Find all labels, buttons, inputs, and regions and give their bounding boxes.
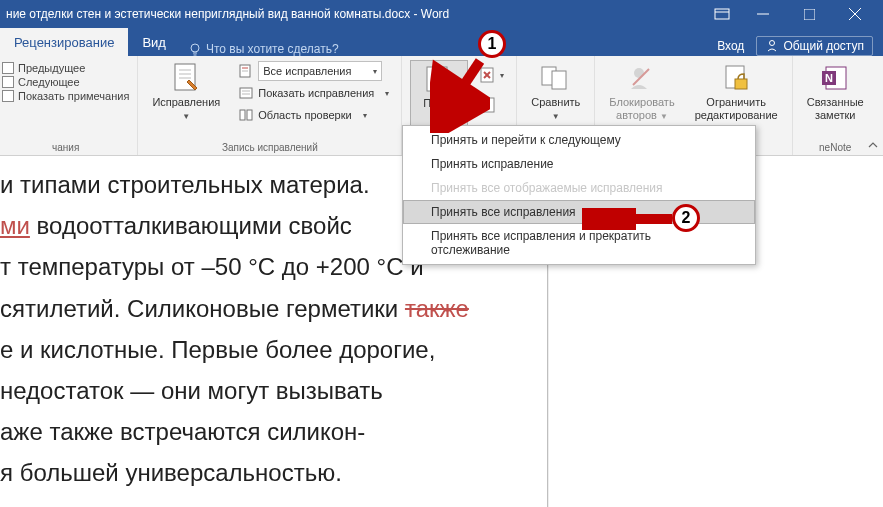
callout-1: 1 (478, 30, 506, 58)
restrict-editing-icon (720, 62, 752, 94)
arrow-1-icon (430, 55, 490, 133)
chevron-up-icon (867, 139, 879, 151)
callout-2: 2 (672, 204, 700, 232)
reviewing-pane-button[interactable]: Область проверки ▾ (234, 104, 393, 126)
compare-icon (540, 62, 572, 94)
accept-dropdown-menu: Принять и перейти к следующему Принять и… (402, 125, 756, 265)
titlebar: ние отделки стен и эстетически непригляд… (0, 0, 883, 28)
combo-icon (238, 63, 254, 79)
next-comment-check[interactable]: Следующее (2, 76, 129, 88)
prev-comment-check[interactable]: Предыдущее (2, 62, 129, 74)
onenote-icon: N (819, 62, 851, 94)
show-markup-icon (238, 85, 254, 101)
tabstrip: Рецензирование Вид Что вы хотите сделать… (0, 28, 883, 56)
close-button[interactable] (833, 0, 877, 28)
svg-rect-17 (240, 88, 252, 98)
group-label-comments: чания (2, 142, 129, 153)
group-comments: Предыдущее Следующее Показать примечания… (0, 56, 138, 155)
group-label-tracking: Запись исправлений (146, 142, 393, 153)
svg-text:N: N (825, 72, 833, 84)
maximize-icon (804, 9, 815, 20)
collapse-ribbon-button[interactable] (867, 139, 879, 153)
tab-view[interactable]: Вид (128, 28, 180, 56)
tab-review[interactable]: Рецензирование (0, 28, 128, 56)
reviewing-pane-icon (238, 107, 254, 123)
svg-rect-21 (247, 110, 252, 120)
tell-me-search[interactable]: Что вы хотите сделать? (188, 42, 339, 56)
svg-rect-33 (735, 79, 747, 89)
arrow-2-icon (582, 208, 678, 230)
track-changes-icon (170, 62, 202, 94)
signin-link[interactable]: Вход (717, 39, 744, 53)
track-changes-button[interactable]: Исправления▼ (146, 60, 226, 140)
maximize-button[interactable] (787, 0, 831, 28)
share-button[interactable]: Общий доступ (756, 36, 873, 56)
close-icon (849, 8, 861, 20)
ribbon-display-options-button[interactable] (705, 0, 739, 28)
svg-rect-29 (552, 71, 566, 89)
svg-point-6 (191, 44, 199, 52)
show-markup-button[interactable]: Показать исправления ▾ (234, 82, 393, 104)
minimize-icon (757, 8, 769, 20)
ribbon-options-icon (714, 8, 730, 20)
display-for-review-combo[interactable]: Все исправления▾ (234, 60, 393, 82)
group-tracking: Исправления▼ Все исправления▾ Показать и… (138, 56, 402, 155)
svg-point-9 (770, 41, 775, 46)
svg-rect-20 (240, 110, 245, 120)
svg-rect-3 (804, 9, 815, 20)
lightbulb-icon (188, 42, 202, 56)
block-authors-icon (626, 62, 658, 94)
accept-all-changes[interactable]: Принять все исправления (403, 200, 755, 224)
accept-all-stop-tracking[interactable]: Принять все исправления и прекратить отс… (403, 224, 755, 262)
window-title: ние отделки стен и эстетически непригляд… (6, 7, 705, 21)
accept-this-change[interactable]: Принять исправление (403, 152, 755, 176)
minimize-button[interactable] (741, 0, 785, 28)
show-comments-check[interactable]: Показать примечания (2, 90, 129, 102)
linked-notes-button[interactable]: N Связанныезаметки (801, 60, 870, 140)
group-onenote: N Связанныезаметки neNote (793, 56, 878, 155)
group-label-onenote: neNote (801, 142, 870, 153)
svg-rect-0 (715, 9, 729, 19)
accept-all-shown: Принять все отображаемые исправления (403, 176, 755, 200)
share-icon (765, 39, 779, 53)
